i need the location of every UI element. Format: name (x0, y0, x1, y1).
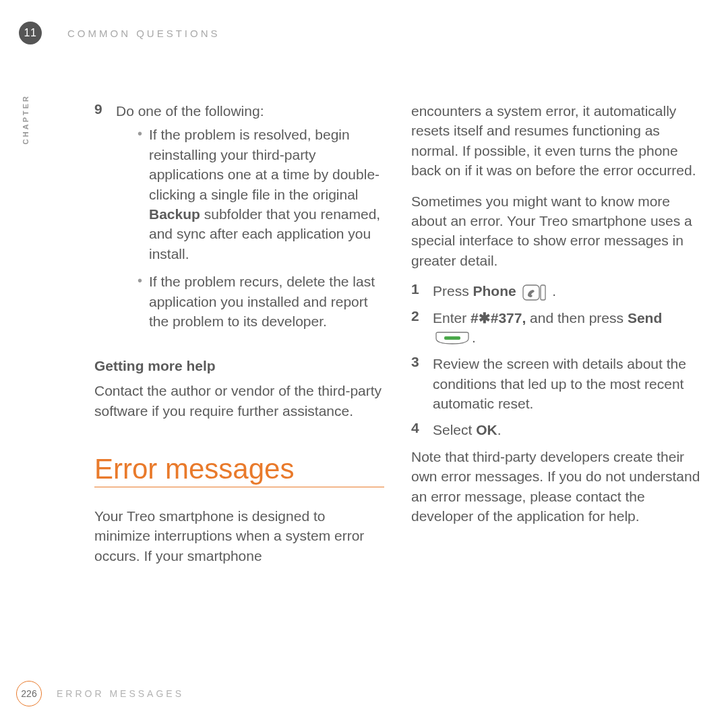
list-item: • If the problem recurs, delete the last… (138, 272, 384, 331)
step-number: 1 (411, 281, 423, 301)
step-1: 1 Press Phone . (411, 281, 701, 301)
step-number: 2 (411, 308, 423, 348)
content-area: 9 Do one of the following: • If the prob… (94, 101, 701, 576)
step-text: Press Phone . (433, 281, 701, 301)
body-paragraph: Your Treo smartphone is designed to mini… (94, 506, 384, 566)
left-column: 9 Do one of the following: • If the prob… (94, 101, 384, 576)
body-paragraph: Note that third-party developers create … (411, 447, 701, 526)
chapter-vertical-label: CHAPTER (22, 94, 30, 144)
section-divider (94, 487, 384, 487)
bullet-icon: • (138, 272, 142, 331)
bullet-text: If the problem recurs, delete the last a… (149, 272, 384, 331)
page-number-badge: 226 (16, 681, 42, 706)
bullet-list: • If the problem is resolved, begin rein… (138, 125, 384, 331)
bullet-icon: • (138, 125, 142, 264)
step-text: Enter #✱#377, and then press Send . (433, 308, 701, 348)
section-heading-error-messages: Error messages (94, 453, 384, 485)
chapter-number-badge: 11 (19, 22, 42, 44)
footer-label: ERROR MESSAGES (57, 688, 184, 699)
right-column: encounters a system error, it automatica… (411, 101, 701, 576)
step-number: 9 (94, 101, 107, 339)
step-number: 4 (411, 420, 423, 439)
header-section-label: COMMON QUESTIONS (67, 28, 220, 39)
subheading-getting-help: Getting more help (94, 358, 384, 374)
svg-rect-1 (541, 285, 545, 300)
list-item: • If the problem is resolved, begin rein… (138, 125, 384, 264)
body-paragraph: encounters a system error, it automatica… (411, 101, 701, 181)
send-key-icon (435, 332, 470, 345)
page-footer: 226 ERROR MESSAGES (16, 681, 184, 706)
svg-rect-2 (444, 336, 460, 340)
step-text: Review the screen with details about the… (433, 354, 701, 413)
step-text: Select OK. (433, 420, 701, 439)
step-text: Do one of the following: (116, 101, 384, 121)
step-9: 9 Do one of the following: • If the prob… (94, 101, 384, 339)
phone-key-icon (522, 284, 547, 301)
step-2: 2 Enter #✱#377, and then press Send . (411, 308, 701, 348)
step-number: 3 (411, 354, 423, 413)
bullet-text: If the problem is resolved, begin reinst… (149, 125, 384, 264)
body-paragraph: Contact the author or vendor of the thir… (94, 381, 384, 421)
step-3: 3 Review the screen with details about t… (411, 354, 701, 413)
page-header: 11 COMMON QUESTIONS (19, 22, 220, 44)
step-4: 4 Select OK. (411, 420, 701, 439)
body-paragraph: Sometimes you might want to know more ab… (411, 191, 701, 271)
